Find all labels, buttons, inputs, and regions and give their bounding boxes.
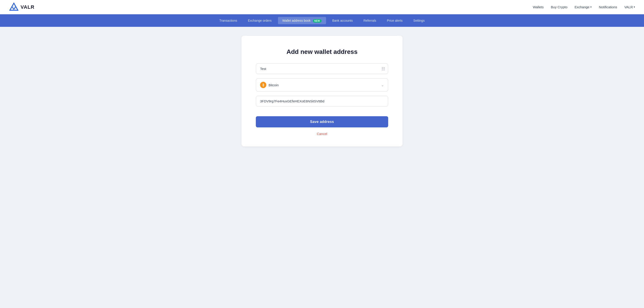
nav-wallets[interactable]: Wallets: [533, 5, 544, 9]
subnav-price-alerts[interactable]: Price alerts: [382, 17, 407, 24]
cancel-link[interactable]: Cancel: [256, 132, 388, 136]
valr-logo-icon: [9, 2, 19, 12]
name-input-wrapper: ☷: [256, 63, 388, 74]
logo[interactable]: VALR: [9, 2, 34, 12]
chevron-down-icon: ⌄: [381, 83, 384, 87]
save-address-button[interactable]: Save address: [256, 116, 388, 127]
subnav-transactions[interactable]: Transactions: [215, 17, 242, 24]
main-content: Add new wallet address ☷ ₿ Bitcoin ⌄ Sav…: [0, 27, 644, 160]
name-field-group: ☷: [256, 63, 388, 74]
top-nav: VALR Wallets Buy Crypto Exchange Notific…: [0, 0, 644, 14]
crypto-selector-group: ₿ Bitcoin ⌄: [256, 78, 388, 91]
subnav-referrals[interactable]: Referrals: [359, 17, 380, 24]
sub-nav: Transactions Exchange orders Wallet addr…: [0, 14, 644, 27]
new-badge: NEW: [313, 19, 322, 22]
name-input[interactable]: [256, 63, 388, 74]
subnav-settings[interactable]: Settings: [409, 17, 429, 24]
subnav-bank-accounts[interactable]: Bank accounts: [328, 17, 357, 24]
subnav-wallet-address-book[interactable]: Wallet address book NEW: [278, 17, 326, 24]
add-wallet-card: Add new wallet address ☷ ₿ Bitcoin ⌄ Sav…: [242, 36, 402, 146]
address-field-group: [256, 96, 388, 106]
crypto-selector[interactable]: ₿ Bitcoin ⌄: [256, 78, 388, 91]
logo-text: VALR: [20, 4, 34, 10]
btc-icon: ₿: [260, 82, 266, 88]
nav-exchange[interactable]: Exchange: [575, 5, 592, 9]
address-book-icon: ☷: [382, 66, 385, 71]
nav-valr-account[interactable]: VALR: [624, 5, 635, 9]
card-title: Add new wallet address: [256, 48, 388, 55]
crypto-label: Bitcoin: [268, 83, 278, 87]
nav-notifications[interactable]: Notifications: [599, 5, 617, 9]
nav-buy-crypto[interactable]: Buy Crypto: [551, 5, 567, 9]
subnav-exchange-orders[interactable]: Exchange orders: [244, 17, 276, 24]
top-nav-links: Wallets Buy Crypto Exchange Notification…: [533, 5, 635, 9]
address-input[interactable]: [256, 96, 388, 106]
crypto-select-left: ₿ Bitcoin: [260, 82, 278, 88]
